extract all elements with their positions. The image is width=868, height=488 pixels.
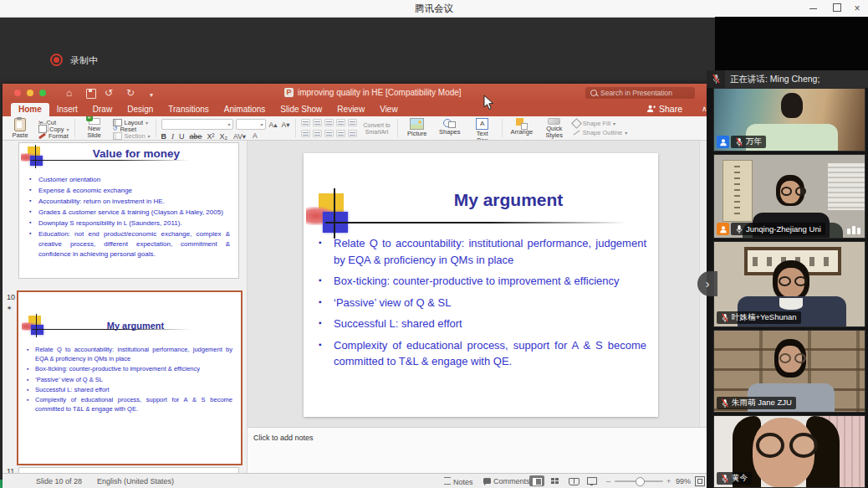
- mac-close-button[interactable]: [14, 90, 21, 96]
- thumb9-bullet: Grades & customer service & training (Cl…: [29, 208, 230, 218]
- participant-tile[interactable]: 叶姝楠+YeShunan: [713, 241, 865, 327]
- picture-icon: [410, 118, 424, 130]
- tab-insert[interactable]: Insert: [49, 103, 85, 116]
- align-right-button[interactable]: [324, 130, 334, 137]
- save-icon[interactable]: [86, 89, 96, 99]
- tab-review[interactable]: Review: [329, 103, 372, 116]
- zoom-in-button[interactable]: +: [666, 477, 671, 485]
- text-box-icon: A: [476, 118, 488, 130]
- comments-icon: [483, 478, 491, 484]
- bullets-button[interactable]: [301, 119, 310, 126]
- ribbon: Paste ✂Cut Copy▾ Format New Slide Layout…: [3, 116, 710, 141]
- arrange-icon: [516, 118, 527, 128]
- align-left-button[interactable]: [301, 130, 310, 137]
- participant-tile[interactable]: 朱雨萌 Jane ZJU: [713, 330, 865, 413]
- mic-muted-icon: [735, 137, 743, 147]
- normal-view-button[interactable]: [529, 475, 544, 486]
- slideshow-view-button[interactable]: [585, 475, 600, 486]
- new-slide-button[interactable]: New Slide: [80, 118, 109, 138]
- shape-fill-button[interactable]: Shape Fill▾: [573, 121, 628, 127]
- search-input[interactable]: Search in Presentation: [585, 87, 695, 99]
- thumb10-bullet: Complexity of educational process, suppo…: [27, 396, 232, 414]
- tab-animations[interactable]: Animations: [217, 103, 273, 116]
- close-button[interactable]: ×: [851, 3, 863, 13]
- recording-dot: [54, 57, 59, 63]
- numbering-button[interactable]: [313, 119, 322, 126]
- section-icon: [113, 132, 122, 140]
- decrease-indent-button[interactable]: [324, 119, 334, 126]
- decrease-font-button[interactable]: A▾: [281, 121, 291, 129]
- redo-icon[interactable]: ↻: [126, 86, 135, 100]
- minimize-button[interactable]: [809, 8, 817, 9]
- zoom-percent[interactable]: 99%: [676, 477, 691, 485]
- reading-view-button[interactable]: [566, 475, 581, 486]
- line-spacing-button[interactable]: [348, 119, 357, 126]
- share-label: Share: [659, 104, 682, 114]
- undo-icon[interactable]: ↺: [105, 86, 113, 100]
- thumbnail-slide-10-selected[interactable]: My argument Relate Q to accountability: …: [17, 290, 243, 465]
- character-spacing-button[interactable]: AV▾: [232, 132, 247, 141]
- increase-indent-button[interactable]: [336, 119, 345, 126]
- shapes-button[interactable]: Shapes: [436, 118, 464, 138]
- language-status[interactable]: English (United States): [97, 477, 174, 485]
- mic-muted-icon: [707, 70, 725, 88]
- customize-toolbar-icon[interactable]: ▾: [150, 89, 153, 102]
- collapse-panel-button[interactable]: ›: [697, 271, 717, 296]
- format-painter-button[interactable]: Format: [38, 132, 69, 139]
- slide-bullet: ‘Passive’ view of Q & SL: [317, 295, 646, 311]
- tab-draw[interactable]: Draw: [85, 103, 120, 116]
- participant-tile[interactable]: 万年: [713, 88, 865, 152]
- tab-slide-show[interactable]: Slide Show: [273, 103, 329, 116]
- share-button[interactable]: Share: [646, 104, 682, 114]
- subscript-button[interactable]: X₂: [220, 132, 228, 141]
- shape-fill-icon: [571, 118, 582, 129]
- zoom-out-button[interactable]: –: [606, 477, 610, 485]
- justify-button[interactable]: [336, 130, 345, 137]
- slide-canvas[interactable]: My argument Relate Q to accountability: …: [304, 153, 658, 417]
- shape-outline-button[interactable]: Shape Outline▾: [573, 130, 628, 136]
- font-size-select[interactable]: ▾: [236, 119, 266, 130]
- notes-pane[interactable]: Click to add notes: [248, 427, 710, 474]
- align-center-button[interactable]: [313, 130, 322, 137]
- paste-button[interactable]: Paste: [6, 118, 34, 138]
- thumbnail-slide-9[interactable]: Value for money Customer orientation Exp…: [18, 142, 239, 279]
- notes-placeholder: Click to add notes: [253, 434, 314, 442]
- font-color-button[interactable]: A: [252, 131, 258, 141]
- underline-button[interactable]: U: [179, 132, 185, 141]
- thumb9-bullet: Downplay S responsibility in L (Saunders…: [29, 218, 230, 229]
- picture-button[interactable]: Picture: [403, 118, 431, 138]
- section-button[interactable]: Section▾: [113, 132, 151, 139]
- tab-home[interactable]: Home: [11, 103, 49, 116]
- home-icon[interactable]: ⌂: [66, 86, 72, 100]
- tab-transitions[interactable]: Transitions: [161, 103, 217, 116]
- tab-view[interactable]: View: [372, 103, 406, 116]
- notes-toggle[interactable]: Notes: [444, 477, 473, 486]
- font-name-select[interactable]: ▾: [161, 119, 233, 130]
- italic-button[interactable]: I: [171, 132, 174, 141]
- slide-body: Relate Q to accountability: institutiona…: [317, 235, 646, 375]
- slide-sorter-view-button[interactable]: [548, 475, 563, 486]
- comments-toggle[interactable]: Comments: [483, 477, 530, 485]
- superscript-button[interactable]: X²: [207, 132, 215, 141]
- participant-tile[interactable]: Junqing-Zhejiang Uni: [713, 154, 865, 239]
- increase-font-button[interactable]: A▴: [268, 121, 278, 129]
- thumb11-number: 11: [7, 467, 14, 473]
- participant-video-panel: 正在讲话: Ming Cheng; 万年: [707, 70, 868, 488]
- convert-to-smartart-button[interactable]: Convert to SmartArt: [361, 118, 391, 138]
- mac-zoom-button[interactable]: [39, 90, 46, 96]
- quick-styles-button[interactable]: Quick Styles: [540, 118, 569, 138]
- mac-minimize-button[interactable]: [27, 90, 33, 96]
- zoom-slider-thumb[interactable]: [636, 477, 645, 486]
- restore-button[interactable]: [833, 3, 841, 12]
- participant-tile[interactable]: 黄今: [713, 415, 865, 488]
- thumbnail-slide-11[interactable]: [18, 467, 239, 473]
- strikethrough-button[interactable]: abe: [190, 132, 202, 141]
- tab-design[interactable]: Design: [120, 103, 161, 116]
- quick-styles-icon: [548, 118, 560, 125]
- mouse-cursor: [483, 95, 494, 110]
- text-box-button[interactable]: A Text Box: [468, 118, 497, 138]
- text-direction-button[interactable]: [348, 130, 357, 137]
- arrange-button[interactable]: Arrange: [508, 118, 536, 138]
- fit-slide-to-window-button[interactable]: [695, 476, 705, 486]
- bold-button[interactable]: B: [161, 132, 167, 141]
